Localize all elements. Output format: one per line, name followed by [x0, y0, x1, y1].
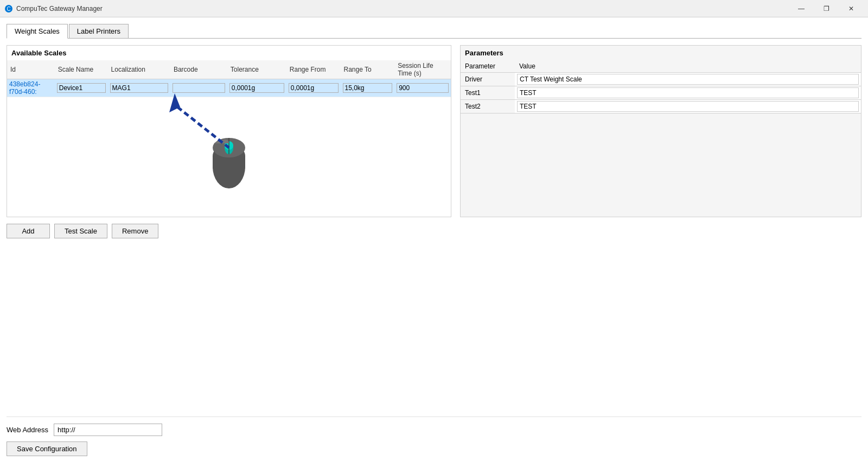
- scale-id-cell: 438eb824-f70d-460:: [7, 79, 55, 97]
- parameters-title: Parameters: [461, 46, 861, 60]
- illustration-area: [7, 97, 451, 217]
- web-address-row: Web Address: [7, 424, 861, 436]
- maximize-button[interactable]: ❐: [814, 0, 839, 17]
- close-button[interactable]: ✕: [839, 0, 864, 17]
- params-row: Test1: [461, 86, 861, 100]
- parameters-table: Parameter Value DriverCT Test Weight Sca…: [461, 60, 861, 113]
- save-configuration-button[interactable]: Save Configuration: [7, 441, 87, 456]
- col-tolerance: Tolerance: [227, 60, 286, 79]
- localization-input[interactable]: [110, 83, 168, 93]
- main-content: Weight Scales Label Printers Available S…: [0, 17, 868, 467]
- app-icon: C: [4, 4, 13, 13]
- col-parameter: Parameter: [461, 60, 515, 73]
- tab-bar: Weight Scales Label Printers: [7, 24, 861, 39]
- add-button[interactable]: Add: [7, 224, 50, 238]
- params-row: DriverCT Test Weight Scale: [461, 73, 861, 86]
- bottom-area: Web Address Save Configuration: [7, 416, 861, 460]
- svg-line-3: [177, 107, 229, 148]
- params-header-row: Parameter Value: [461, 60, 861, 73]
- available-scales-title: Available Scales: [7, 46, 451, 60]
- web-address-input[interactable]: [54, 424, 162, 436]
- param-value-input-2[interactable]: [517, 101, 859, 112]
- window-controls: — ❐ ✕: [789, 0, 864, 17]
- remove-button[interactable]: Remove: [112, 224, 158, 238]
- driver-select[interactable]: CT Test Weight Scale: [517, 74, 859, 85]
- param-label: Test2: [461, 100, 515, 113]
- panels-container: Available Scales Id Scale Name Localizat…: [7, 45, 861, 217]
- titlebar: C CompuTec Gateway Manager — ❐ ✕: [0, 0, 868, 17]
- scale-name-input[interactable]: [57, 83, 106, 93]
- action-buttons: Add Test Scale Remove: [7, 217, 861, 245]
- web-address-label: Web Address: [7, 426, 48, 434]
- cursor-arrow-icon: [164, 88, 240, 153]
- col-scale-name: Scale Name: [55, 60, 108, 79]
- col-value: Value: [515, 60, 861, 73]
- col-session-life-time: Session Life Time (s): [394, 60, 451, 79]
- col-localization: Localization: [108, 60, 170, 79]
- app-title: CompuTec Gateway Manager: [16, 5, 789, 12]
- param-label: Test1: [461, 86, 515, 100]
- col-range-from: Range From: [286, 60, 341, 79]
- parameters-panel: Parameters Parameter Value DriverCT Test…: [460, 45, 861, 217]
- minimize-button[interactable]: —: [789, 0, 814, 17]
- available-scales-panel: Available Scales Id Scale Name Localizat…: [7, 45, 451, 217]
- col-range-to: Range To: [341, 60, 395, 79]
- mouse-illustration: [207, 121, 251, 193]
- session-life-time-input[interactable]: [397, 83, 449, 93]
- col-barcode: Barcode: [170, 60, 227, 79]
- table-header-row: Id Scale Name Localization Barcode Toler…: [7, 60, 451, 79]
- range-from-input[interactable]: [289, 83, 339, 93]
- test-scale-button[interactable]: Test Scale: [54, 224, 107, 238]
- tab-weight-scales[interactable]: Weight Scales: [7, 24, 68, 39]
- param-value-input-1[interactable]: [517, 87, 859, 98]
- range-to-input[interactable]: [343, 83, 393, 93]
- svg-text:C: C: [7, 6, 10, 12]
- params-row: Test2: [461, 100, 861, 113]
- col-id: Id: [7, 60, 55, 79]
- tab-label-printers[interactable]: Label Printers: [69, 24, 129, 38]
- param-label: Driver: [461, 73, 515, 86]
